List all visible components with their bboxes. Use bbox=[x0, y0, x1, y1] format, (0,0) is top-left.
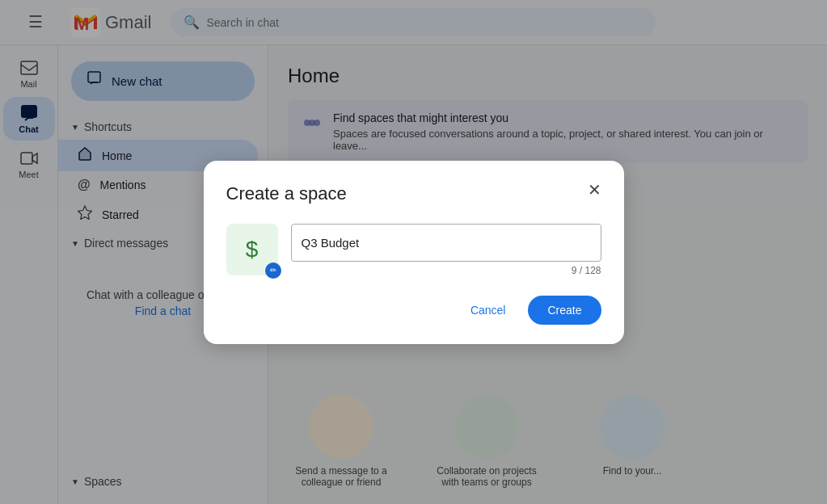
create-space-modal: Create a space ✕ $ ✏ 9 / 128 Cancel Cr bbox=[204, 161, 624, 344]
cancel-button[interactable]: Cancel bbox=[458, 296, 519, 325]
modal-title: Create a space bbox=[226, 183, 601, 204]
space-icon-preview[interactable]: $ ✏ bbox=[226, 224, 278, 275]
close-icon: ✕ bbox=[588, 180, 601, 200]
modal-overlay[interactable]: Create a space ✕ $ ✏ 9 / 128 Cancel Cr bbox=[0, 0, 827, 504]
space-name-input[interactable] bbox=[291, 224, 601, 262]
char-count: 9 / 128 bbox=[291, 265, 601, 276]
modal-close-button[interactable]: ✕ bbox=[582, 177, 608, 203]
name-field-wrap: 9 / 128 bbox=[291, 224, 601, 276]
modal-footer: Cancel Create bbox=[226, 296, 601, 325]
edit-pencil-icon: ✏ bbox=[270, 266, 276, 275]
create-button[interactable]: Create bbox=[528, 296, 601, 325]
modal-body: $ ✏ 9 / 128 bbox=[226, 224, 601, 276]
app-wrapper: ☰ M Gmail 🔍 bbox=[0, 0, 827, 504]
space-dollar-icon: $ bbox=[246, 237, 259, 262]
edit-badge: ✏ bbox=[265, 262, 281, 279]
